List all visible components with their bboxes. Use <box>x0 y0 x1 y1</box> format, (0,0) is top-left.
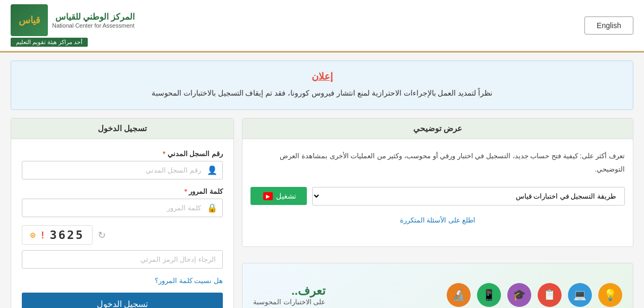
logo-area: المركز الوطني للقياس National Center for… <box>11 4 135 47</box>
forgot-password-link[interactable]: هل نسيت كلمة المرور؟ <box>22 277 223 285</box>
captcha-refresh-icon[interactable]: ↻ <box>98 229 106 241</box>
captcha-input-group <box>22 250 223 269</box>
captcha-decoration: ! <box>40 229 47 241</box>
demo-description: تعرف أكثر على: كيفية فتح حساب جديد، التس… <box>250 150 625 176</box>
icon-2: 💻 <box>568 283 592 307</box>
icon-1: 💡 <box>598 283 622 307</box>
logo-symbol: قياس <box>11 4 48 36</box>
demo-panel: عرض توضيحي تعرف أكثر على: كيفية فتح حساب… <box>242 118 633 247</box>
sub-logo-text: أحد مراكز هيئة تقويم التعليم <box>11 38 88 47</box>
image-sub-text: على الاختبارات المحوسبة <box>253 298 325 306</box>
civil-id-input[interactable] <box>22 161 223 179</box>
captcha-area: ↻ 3625 ! ⊙ <box>22 225 223 245</box>
password-input[interactable] <box>22 199 223 217</box>
captcha-circle: ⊙ <box>30 230 37 240</box>
icon-3: 📋 <box>538 283 562 307</box>
announcement-banner: إعلان نظراً لتمديد العمل بالإجراءات الاح… <box>11 61 633 110</box>
icon-5: 📱 <box>477 283 501 307</box>
demo-video-select[interactable]: طريقة التسجيل في اختبارات قياس <box>312 187 625 206</box>
image-text-block: تعرف.. على الاختبارات المحوسبة <box>253 284 325 306</box>
faq-link[interactable]: اطلع على الأسئلة المتكررة <box>250 216 625 224</box>
password-label: كلمة المرور * <box>22 187 223 195</box>
youtube-icon: ▶ <box>263 192 273 200</box>
icon-6: 🔬 <box>447 283 471 307</box>
civil-id-group: رقم السجل المدني * 👤 <box>22 150 223 179</box>
logo-arabic-text: المركز الوطني للقياس <box>52 12 135 23</box>
icon-4: 🎓 <box>507 283 531 307</box>
login-panel-header: تسجيل الدخول <box>11 118 233 139</box>
captcha-display: 3625 ! ⊙ <box>22 225 93 245</box>
decorative-icons: 💡 💻 📋 🎓 📱 🔬 <box>447 283 622 307</box>
login-button[interactable]: تسجيل الدخول <box>22 293 223 308</box>
demo-panel-header: عرض توضيحي <box>242 118 633 139</box>
announcement-title: إعلان <box>24 71 620 82</box>
logo-english-text: National Center for Assessment <box>52 22 135 29</box>
play-button[interactable]: ▶ تشغيل <box>250 187 307 205</box>
login-panel: تسجيل الدخول رقم السجل المدني * 👤 كلمة ا… <box>11 118 234 308</box>
image-main-text: تعرف.. <box>253 284 325 298</box>
civil-id-label: رقم السجل المدني * <box>22 150 223 158</box>
info-image-section: 💡 💻 📋 🎓 📱 🔬 تعرف.. على الاختبارات المحوس… <box>242 263 633 308</box>
password-group: كلمة المرور * 🔒 <box>22 187 223 217</box>
english-button[interactable]: English <box>584 16 633 35</box>
announcement-text: نظراً لتمديد العمل بالإجراءات الاحترازية… <box>24 87 620 100</box>
captcha-input[interactable] <box>22 250 223 269</box>
